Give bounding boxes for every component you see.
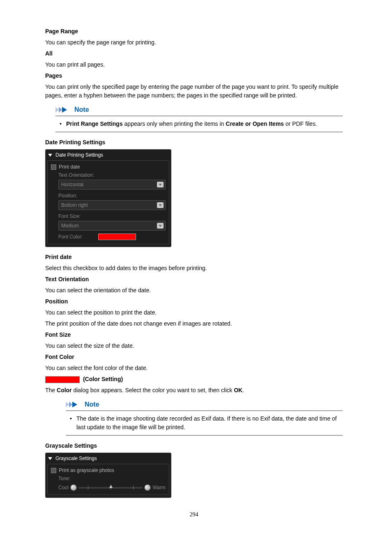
- panel-header[interactable]: Grayscale Settings: [46, 453, 171, 464]
- font-color-desc: You can select the font color of the dat…: [45, 364, 343, 372]
- tone-warm-label: Warm: [152, 484, 166, 491]
- page-number: 294: [45, 510, 343, 519]
- font-size-title: Font Size: [45, 331, 343, 339]
- bullet-icon: •: [70, 414, 76, 423]
- tone-cool-knob-icon: [70, 484, 77, 491]
- position-desc1: You can select the position to print the…: [45, 308, 343, 317]
- tone-slider[interactable]: [78, 487, 143, 488]
- bullet-icon: •: [60, 120, 66, 128]
- note-divider: [55, 116, 343, 116]
- all-title: All: [45, 49, 343, 58]
- checkbox-icon[interactable]: [51, 468, 56, 473]
- font-size-select[interactable]: Medium: [58, 221, 166, 231]
- text-orientation-value: Horizontal: [61, 181, 83, 188]
- print-date-checkbox-row[interactable]: Print date: [51, 163, 166, 171]
- color-setting-desc: The Color dialog box appears. Select the…: [45, 386, 343, 395]
- text-orientation-label: Text Orientation:: [58, 171, 166, 179]
- print-grayscale-checkbox-row[interactable]: Print as grayscale photos: [51, 467, 166, 474]
- print-grayscale-label: Print as grayscale photos: [59, 467, 114, 474]
- panel-header-text: Date Printing Settings: [55, 151, 103, 159]
- checkbox-icon[interactable]: [51, 164, 56, 170]
- tone-slider-row[interactable]: Cool Warm: [51, 484, 166, 491]
- chevron-down-icon: [157, 182, 164, 187]
- date-printing-panel: Date Printing Settings Print date Text O…: [45, 149, 171, 247]
- slider-thumb-icon[interactable]: [109, 485, 113, 488]
- position-select[interactable]: Bottom right: [58, 200, 166, 210]
- chevron-down-icon: [157, 202, 164, 208]
- pages-title: Pages: [45, 72, 343, 80]
- tone-cool-label: Cool: [58, 484, 69, 491]
- svg-marker-3: [66, 402, 69, 407]
- font-size-value: Medium: [61, 222, 79, 229]
- position-label: Position:: [58, 192, 166, 199]
- panel-header[interactable]: Date Printing Settings: [46, 150, 171, 160]
- font-color-label: Font Color:: [58, 233, 83, 240]
- svg-marker-0: [55, 107, 59, 113]
- disclosure-down-icon: [48, 154, 52, 157]
- font-color-swatch[interactable]: [98, 234, 136, 240]
- position-title: Position: [45, 297, 343, 306]
- note-heading: Note: [55, 105, 343, 115]
- print-date-desc: Select this checkbox to add dates to the…: [45, 264, 343, 273]
- page-range-desc: You can specify the page range for print…: [45, 38, 343, 47]
- note-divider: [66, 435, 343, 436]
- svg-marker-2: [62, 107, 67, 113]
- pages-desc: You can print only the specified page by…: [45, 83, 343, 100]
- note-heading: Note: [66, 400, 343, 409]
- note1-text: Print Range Settings appears only when p…: [66, 120, 343, 128]
- position-desc2: The print position of the date does not …: [45, 319, 343, 328]
- font-size-desc: You can select the size of the date.: [45, 342, 343, 350]
- chevron-down-icon: [157, 223, 164, 229]
- text-orientation-select[interactable]: Horizontal: [58, 180, 166, 190]
- dps-title: Date Printing Settings: [45, 138, 343, 147]
- page-range-title: Page Range: [45, 27, 343, 36]
- text-orientation-title: Text Orientation: [45, 275, 343, 284]
- color-setting-title: (Color Setting): [45, 375, 343, 384]
- note-heading-text: Note: [85, 400, 99, 409]
- color-setting-swatch-icon: [45, 376, 80, 383]
- gs-title: Grayscale Settings: [45, 442, 343, 450]
- panel-header-text: Grayscale Settings: [55, 455, 97, 462]
- grayscale-panel: Grayscale Settings Print as grayscale ph…: [45, 453, 171, 498]
- svg-marker-4: [69, 402, 72, 407]
- font-color-title: Font Color: [45, 353, 343, 361]
- font-size-label: Font Size:: [58, 213, 166, 220]
- tone-warm-knob-icon: [144, 484, 151, 491]
- print-date-title: Print date: [45, 253, 343, 261]
- note-divider: [66, 410, 343, 411]
- svg-marker-1: [59, 107, 62, 113]
- disclosure-down-icon: [48, 457, 52, 460]
- note-arrows-icon: [55, 107, 72, 113]
- note2-text: The date is the image shooting date reco…: [76, 414, 343, 432]
- print-date-label: Print date: [59, 163, 80, 171]
- note-divider: [55, 132, 343, 132]
- position-value: Bottom right: [61, 201, 88, 209]
- note-heading-text: Note: [74, 105, 89, 115]
- all-desc: You can print all pages.: [45, 60, 343, 69]
- text-orientation-desc: You can select the orientation of the da…: [45, 286, 343, 295]
- svg-marker-5: [72, 402, 77, 407]
- tone-label: Tone:: [58, 475, 166, 482]
- note-arrows-icon: [66, 402, 82, 407]
